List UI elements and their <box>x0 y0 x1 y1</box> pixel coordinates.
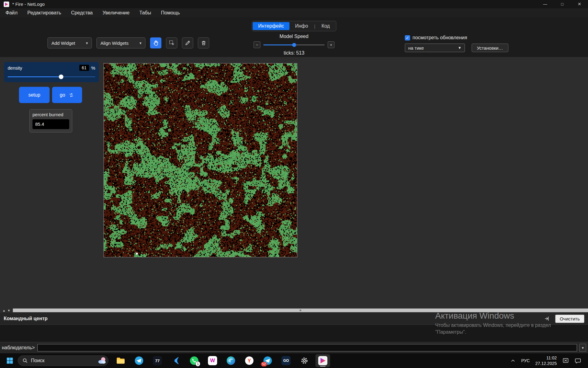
trash-icon <box>200 40 207 46</box>
command-output-area[interactable] <box>0 324 588 342</box>
menu-edit[interactable]: Редактировать <box>22 8 66 17</box>
taskbar-time: 11:02 <box>535 355 557 361</box>
taskbar-telegram[interactable] <box>132 354 146 367</box>
search-label: Поиск <box>31 358 44 363</box>
marquee-select-icon <box>168 40 175 46</box>
tray-app-icon[interactable] <box>562 357 569 364</box>
pencil-icon <box>184 40 191 46</box>
density-unit: % <box>91 65 95 71</box>
taskbar: Поиск 77 <box>0 353 588 368</box>
menu-tools[interactable]: Средства <box>66 8 98 17</box>
update-mode-value: на тике <box>408 45 424 51</box>
minimize-button[interactable]: — <box>537 0 554 8</box>
align-widgets-label: Align Widgets <box>100 40 129 46</box>
density-slider-fill <box>8 76 61 77</box>
taskbar-netlogo[interactable] <box>315 354 330 367</box>
taskbar-yandex-browser[interactable]: Y <box>242 354 257 367</box>
command-center-splitter[interactable]: ▲ ▼ <box>0 308 588 313</box>
detach-icon[interactable] <box>544 315 550 322</box>
gear-icon <box>300 356 309 365</box>
menu-help[interactable]: Помощь <box>156 8 185 17</box>
go-label: go <box>60 92 65 98</box>
menu-tabs[interactable]: Табы <box>134 8 156 17</box>
world-view[interactable] <box>104 63 297 257</box>
clear-button[interactable]: Очистить <box>555 315 584 323</box>
select-tool-button[interactable] <box>166 37 177 48</box>
netlogo-app-icon <box>4 2 9 7</box>
whatsapp-badge: 1 <box>195 361 200 366</box>
add-widget-dropdown[interactable]: Add Widget ▾ <box>47 37 92 48</box>
folder-icon <box>116 357 125 365</box>
tab-separator: | <box>314 24 316 29</box>
monitor-label: percent burned <box>32 112 69 117</box>
yandex-icon: Y <box>245 356 254 365</box>
splitter-bar[interactable] <box>13 309 588 312</box>
go-app-icon: GO <box>281 356 291 365</box>
menu-zoom[interactable]: Увеличение <box>98 8 134 17</box>
trading-app-icon: 77 <box>153 356 162 365</box>
start-button[interactable] <box>3 355 17 367</box>
speed-slider-fill <box>263 44 294 45</box>
taskbar-whatsapp[interactable]: 1 <box>187 354 202 367</box>
taskbar-date: 27.12.2025 <box>535 361 557 366</box>
edge-icon <box>226 356 236 365</box>
taskbar-edge[interactable] <box>224 354 238 367</box>
notification-icon[interactable] <box>575 357 581 364</box>
density-slider-thumb[interactable] <box>59 75 63 79</box>
splitter-down-icon[interactable]: ▼ <box>7 309 10 312</box>
observer-prompt: наблюдатель> <box>2 345 35 351</box>
maximize-button[interactable]: □ <box>554 0 571 8</box>
taskbar-clock[interactable]: 11:02 27.12.2025 <box>535 355 557 366</box>
command-history-dropdown[interactable]: ▼ <box>579 344 586 352</box>
add-widget-label: Add Widget <box>51 40 75 46</box>
align-widgets-dropdown[interactable]: Align Widgets ▾ <box>96 37 145 48</box>
density-label: density <box>8 65 22 71</box>
speed-increase-button[interactable]: + <box>328 41 334 48</box>
density-value: 61 <box>79 65 89 71</box>
speed-decrease-button[interactable]: − <box>254 41 260 48</box>
weather-icon[interactable] <box>97 356 107 365</box>
menu-file[interactable]: Файл <box>1 8 22 17</box>
splitter-up-icon[interactable]: ▲ <box>2 309 6 312</box>
go-button[interactable]: go <box>52 87 82 103</box>
update-mode-dropdown[interactable]: на тике ▼ <box>405 44 465 52</box>
density-slider-widget[interactable]: density 61 % <box>4 62 99 82</box>
telegram-icon <box>134 356 144 365</box>
waves-icon <box>171 356 180 365</box>
density-slider[interactable] <box>8 74 95 79</box>
tray-expand-icon[interactable] <box>510 358 516 363</box>
taskbar-search[interactable]: Поиск <box>18 355 108 366</box>
toolbar-header: Интерфейс Инфо | Код Add Widget ▾ Align … <box>0 17 588 57</box>
view-updates-label: посмотреть обновления <box>413 35 467 40</box>
setup-button[interactable]: setup <box>19 87 50 103</box>
view-updates-checkbox[interactable]: ✓ <box>405 35 410 40</box>
window-title: * Fire - NetLogo <box>12 2 45 7</box>
tab-interface[interactable]: Интерфейс <box>253 22 289 30</box>
chevron-down-icon: ▼ <box>458 46 462 50</box>
speed-slider-thumb[interactable] <box>292 43 296 47</box>
language-indicator[interactable]: РУС <box>521 358 530 363</box>
svg-text:Y: Y <box>248 358 251 363</box>
settings-button[interactable]: Установки… <box>472 44 508 52</box>
wildberries-icon: W <box>208 356 217 365</box>
taskbar-wildberries[interactable]: W <box>205 354 220 367</box>
delete-tool-button[interactable] <box>198 37 209 48</box>
tab-code[interactable]: Код <box>316 22 335 30</box>
model-speed-control: Model Speed − + ticks: 513 <box>236 34 352 56</box>
command-input[interactable] <box>37 344 577 351</box>
title-bar: * Fire - NetLogo — □ × <box>0 0 588 8</box>
edit-tool-button[interactable] <box>182 37 193 48</box>
taskbar-file-explorer[interactable] <box>113 354 128 367</box>
taskbar-waves-app[interactable] <box>168 354 183 367</box>
taskbar-go-app[interactable]: GO <box>279 354 293 367</box>
close-button[interactable]: × <box>571 0 588 8</box>
netlogo-window: * Fire - NetLogo — □ × Файл Редактироват… <box>0 0 588 368</box>
taskbar-trading-app[interactable]: 77 <box>150 354 165 367</box>
interact-tool-button[interactable] <box>150 37 161 48</box>
tab-info[interactable]: Инфо <box>289 22 313 30</box>
chevron-down-icon: ▾ <box>86 41 88 45</box>
chevron-down-icon: ▾ <box>139 41 141 45</box>
taskbar-messenger[interactable]: 52 <box>260 354 275 367</box>
taskbar-settings[interactable] <box>297 354 312 367</box>
speed-slider[interactable] <box>263 43 325 47</box>
